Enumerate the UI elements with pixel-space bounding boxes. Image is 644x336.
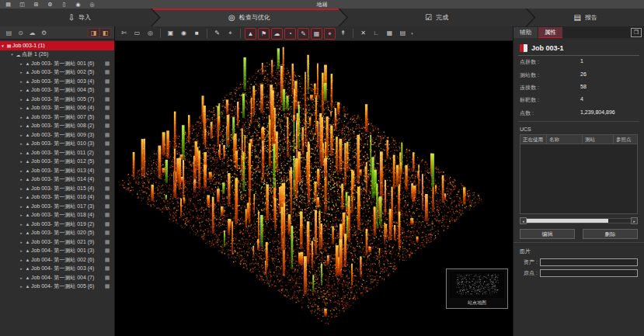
settings-icon[interactable]: ⚙ <box>45 1 55 8</box>
step-import[interactable]: ⇩ 导入 <box>0 9 159 26</box>
origin-input[interactable] <box>540 269 638 277</box>
link-stations-icon[interactable]: ⊙ <box>15 29 26 36</box>
tree-item-station[interactable]: ▸▲Job 003- 第一测站 013 (4)▦ <box>0 166 114 175</box>
expand-arrow-icon[interactable]: ▸ <box>19 213 24 217</box>
axes-icon[interactable]: ∟ <box>371 28 382 40</box>
tree-item-station[interactable]: ▸▲Job 003- 第一测站 009 (3)▦ <box>0 130 114 140</box>
station-image-icon[interactable]: ▦ <box>103 230 112 236</box>
tree-item-station[interactable]: ▸▲Job 003- 第一测站 002 (5)▦ <box>0 68 114 78</box>
ucs-column-header[interactable]: 测站 <box>583 135 614 144</box>
tree-item-station[interactable]: ▸▲Job 004- 第一测站 005 (6)▦ <box>0 282 114 292</box>
expand-arrow-icon[interactable]: ▸ <box>19 186 24 191</box>
panorama-icon[interactable]: ▤ <box>397 28 409 40</box>
station-image-icon[interactable]: ▦ <box>103 275 112 281</box>
step-check-optimize[interactable]: ◎ 检查与优化 <box>152 9 346 26</box>
3d-viewport[interactable]: ✄▭◎▣◉■✎⌖▲⚑☁◔✎▦⌖↟✕∟▦▤▾ 站点地图 <box>115 26 513 336</box>
station-image-icon[interactable]: ▦ <box>103 239 112 245</box>
station-image-icon[interactable]: ▦ <box>103 61 112 67</box>
expand-arrow-icon[interactable]: ▸ <box>19 258 24 262</box>
station-image-icon[interactable]: ▦ <box>103 96 112 102</box>
expand-arrow-icon[interactable]: ▸ <box>19 230 24 235</box>
tree-item-station[interactable]: ▸▲Job 003- 第一测站 015 (4)▦ <box>0 184 114 193</box>
expand-arrow-icon[interactable]: ▸ <box>19 79 24 84</box>
station-image-icon[interactable]: ▦ <box>103 283 112 289</box>
tree-item-station[interactable]: ▸▲Job 003- 第一测站 017 (3)▦ <box>0 202 114 211</box>
expand-arrow-icon[interactable]: ▸ <box>19 248 24 253</box>
project-tree-icon[interactable]: ▤ <box>3 29 15 36</box>
expand-arrow-icon[interactable]: ▸ <box>19 168 24 173</box>
station-image-icon[interactable]: ▦ <box>103 194 112 200</box>
scroll-thumb[interactable] <box>527 219 608 223</box>
station-image-icon[interactable]: ▦ <box>103 203 112 210</box>
tree-item-station[interactable]: ▸▲Job 004- 第一测站 001 (3)▦ <box>0 247 114 256</box>
expand-arrow-icon[interactable]: ▸ <box>19 70 24 74</box>
scroll-track[interactable] <box>527 218 631 223</box>
expand-arrow-icon[interactable]: ▸ <box>19 141 24 146</box>
info-icon[interactable]: ◎ <box>87 1 97 8</box>
station-image-icon[interactable]: ▦ <box>103 176 112 182</box>
tab-properties[interactable]: 属性 <box>538 27 562 38</box>
tree-item-station[interactable]: ▸▲Job 003- 第一测站 004 (5)▦ <box>0 86 114 95</box>
station-image-icon[interactable]: ▦ <box>103 132 112 138</box>
station-image-icon[interactable]: ▦ <box>103 257 112 263</box>
station-image-icon[interactable]: ▦ <box>103 158 112 165</box>
import-data-icon[interactable]: ⊞ <box>31 1 41 8</box>
tree-item-station[interactable]: ▸▲Job 003- 第一测站 011 (2)▦ <box>0 148 114 158</box>
panorama-dropdown-icon[interactable]: ▾ <box>409 31 415 36</box>
link-select-icon[interactable]: ✄ <box>118 28 130 40</box>
measure-icon[interactable]: ✎ <box>211 28 223 40</box>
help-icon[interactable]: ◉ <box>73 1 83 8</box>
tree-item-station[interactable]: ▸▲Job 003- 第一测站 010 (3)▦ <box>0 140 114 149</box>
station-image-icon[interactable]: ▦ <box>103 248 112 254</box>
scroll-right-arrow-icon[interactable]: ▸ <box>631 217 638 224</box>
step-report[interactable]: ▤ 报告 <box>527 9 644 26</box>
expand-arrow-icon[interactable]: ▸ <box>19 266 24 271</box>
expand-arrow-icon[interactable]: ▸ <box>19 222 24 227</box>
plane-icon[interactable]: ■ <box>191 28 203 40</box>
expand-arrow-icon[interactable]: ▸ <box>19 88 24 92</box>
ucs-column-header[interactable]: 名称 <box>547 135 583 144</box>
tree-item-job-root[interactable]: ▾▤Job 003-1 (1)▦ <box>0 41 114 50</box>
panel-layout-icon[interactable]: ❐ <box>631 28 642 37</box>
tree-item-station[interactable]: ▸▲Job 003- 第一测站 021 (9)▦ <box>0 237 114 247</box>
ucs-column-header[interactable]: 正在使用 <box>520 135 547 144</box>
scroll-left-arrow-icon[interactable]: ◂ <box>520 217 527 224</box>
tree-item-station[interactable]: ▸▲Job 003- 第一测站 018 (4)▦ <box>0 211 114 220</box>
tree-item-station[interactable]: ▸▲Job 003- 第一测站 005 (7)▦ <box>0 95 114 104</box>
station-image-icon[interactable]: ▦ <box>103 212 112 218</box>
asset-input[interactable] <box>540 258 638 266</box>
tree-item-station[interactable]: ▸▲Job 003- 第一测站 001 (6)▦ <box>0 59 114 68</box>
station-image-icon[interactable]: ▦ <box>103 114 112 120</box>
expand-arrow-icon[interactable]: ▾ <box>9 52 15 57</box>
geotag-icon[interactable]: ⌖ <box>324 28 336 40</box>
tree-item-station[interactable]: ▸▲Job 004- 第一测站 004 (7)▦ <box>0 273 114 282</box>
tree-item-station[interactable]: ▸▲Job 003- 第一测站 006 (4)▦ <box>0 104 114 113</box>
ucs-column-header[interactable]: 参照点 <box>614 135 637 144</box>
tree-item-station[interactable]: ▸▲Job 004- 第一测站 002 (6)▦ <box>0 255 114 265</box>
ucs-h-scrollbar[interactable]: ◂ ▸ <box>520 217 638 224</box>
expand-arrow-icon[interactable]: ▸ <box>19 123 24 128</box>
expand-arrow-icon[interactable]: ▸ <box>19 177 24 182</box>
tree-item-station[interactable]: ▸▲Job 003- 第一测站 014 (4)▦ <box>0 175 114 185</box>
walkthrough-icon[interactable]: ↟ <box>337 28 349 40</box>
step-finish[interactable]: ☑ 完成 <box>339 9 534 26</box>
ucs-table-body[interactable] <box>520 144 637 213</box>
expand-arrow-icon[interactable]: ▸ <box>19 61 24 66</box>
expand-arrow-icon[interactable]: ▸ <box>19 284 24 289</box>
objects-icon[interactable]: ◉ <box>178 28 190 40</box>
expand-arrow-icon[interactable]: ▸ <box>19 159 24 164</box>
tree-item-station[interactable]: ▸▲Job 003- 第一测站 020 (5)▦ <box>0 229 114 238</box>
tree-item-station[interactable]: ▸▲Job 003- 第一测站 007 (5)▦ <box>0 113 114 122</box>
station-image-icon[interactable]: ▦ <box>103 265 112 272</box>
tree-item-station[interactable]: ▸▲Job 004- 第一测站 003 (4)▦ <box>0 265 114 274</box>
expand-arrow-icon[interactable]: ▾ <box>0 43 5 48</box>
station-image-icon[interactable]: ▦ <box>103 69 112 75</box>
point-cloud-icon[interactable]: ☁ <box>271 28 283 40</box>
delete-button[interactable]: 删除 <box>583 229 638 239</box>
expand-arrow-icon[interactable]: ▸ <box>19 195 24 199</box>
expand-arrow-icon[interactable]: ▸ <box>19 133 24 137</box>
expand-arrow-icon[interactable]: ▸ <box>19 115 24 120</box>
image-overlay-icon[interactable]: ▦ <box>311 28 322 40</box>
pick-point-icon[interactable]: ⌖ <box>225 28 236 40</box>
tree-item-station[interactable]: ▸▲Job 003- 第一测站 008 (2)▦ <box>0 122 114 131</box>
